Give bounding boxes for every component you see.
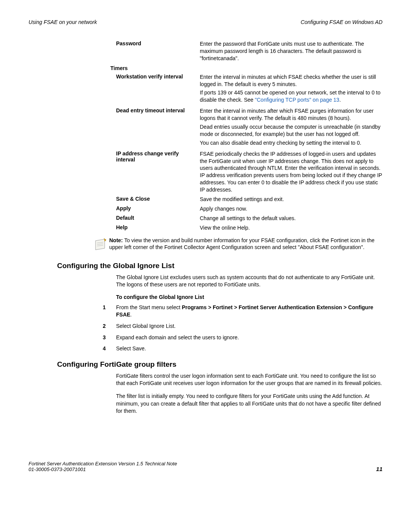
def-desc: Enter the password that FortiGate units … (200, 40, 382, 62)
heading-global-ignore: Configuring the Global Ignore List (57, 262, 382, 270)
def-apply: Apply Apply changes now. (116, 205, 382, 212)
note-icon (93, 237, 109, 252)
sub-heading: To configure the Global Ignore List (116, 294, 382, 300)
def-ip-change: IP address change verify interval FSAE p… (116, 150, 382, 193)
para: Enter the interval in minutes at which F… (200, 73, 382, 88)
step-2: 2 Select Global Ignore List. (103, 323, 382, 330)
note-body: To view the version and build number inf… (109, 237, 374, 251)
footer-docid: 01-30005-0373-20071001 (29, 466, 177, 472)
def-label: Help (116, 224, 200, 232)
step-text: From the Start menu select Programs > Fo… (116, 304, 382, 319)
def-label: Save & Close (116, 196, 200, 203)
note-text: Note: To view the version and build numb… (109, 237, 382, 251)
note-label: Note: (109, 237, 123, 243)
step-4: 4 Select Save. (103, 345, 382, 353)
page-footer: Fortinet Server Authentication Extension… (29, 461, 382, 472)
note-block: Note: To view the version and build numb… (93, 237, 382, 252)
step-number: 1 (103, 304, 116, 319)
timers-heading: Timers (110, 65, 382, 71)
step-number: 2 (103, 323, 116, 330)
def-help: Help View the online Help. (116, 224, 382, 232)
para: Dead entries usually occur because the c… (200, 123, 382, 138)
def-desc: Apply changes now. (200, 205, 382, 212)
def-label: Dead entry timeout interval (116, 107, 200, 148)
header-right: Configuring FSAE on Windows AD (301, 19, 382, 25)
para: You can also disable dead entry checking… (200, 139, 382, 147)
para: FortiGate filters control the user logon… (116, 372, 382, 387)
para: The filter list is initially empty. You … (116, 393, 382, 415)
footer-left: Fortinet Server Authentication Extension… (29, 461, 177, 472)
def-desc: FSAE periodically checks the IP addresse… (200, 150, 382, 193)
steps-list: 1 From the Start menu select Programs > … (103, 304, 382, 353)
step-3: 3 Expand each domain and select the user… (103, 334, 382, 342)
def-label: Apply (116, 205, 200, 212)
def-password: Password Enter the password that FortiGa… (116, 40, 382, 62)
step-1: 1 From the Start menu select Programs > … (103, 304, 382, 319)
step-text: Select Save. (116, 345, 382, 353)
link-tcp-ports[interactable]: "Configuring TCP ports" on page 13 (255, 97, 339, 103)
step-number: 3 (103, 334, 116, 342)
def-save-close: Save & Close Save the modified settings … (116, 196, 382, 203)
step-text: Expand each domain and select the users … (116, 334, 382, 342)
def-label: Default (116, 215, 200, 222)
step-text: Select Global Ignore List. (116, 323, 382, 330)
step-number: 4 (103, 345, 116, 353)
def-desc: Enter the interval in minutes at which F… (200, 73, 382, 105)
footer-title: Fortinet Server Authentication Extension… (29, 461, 177, 466)
definition-table: Password Enter the password that FortiGa… (116, 40, 382, 62)
def-dead-entry: Dead entry timeout interval Enter the in… (116, 107, 382, 148)
para: If ports 139 or 445 cannot be opened on … (200, 89, 382, 104)
page-number: 11 (376, 466, 382, 472)
def-workstation: Workstation verify interval Enter the in… (116, 73, 382, 105)
def-default: Default Change all settings to the defau… (116, 215, 382, 222)
def-label: IP address change verify interval (116, 150, 200, 193)
para: Enter the interval in minutes after whic… (200, 107, 382, 122)
def-label: Workstation verify interval (116, 73, 200, 105)
page-header: Using FSAE on your network Configuring F… (29, 19, 382, 25)
intro-para: The Global Ignore List excludes users su… (116, 274, 382, 289)
def-desc: View the online Help. (200, 224, 382, 232)
def-label: Password (116, 40, 200, 62)
def-desc: Enter the interval in minutes after whic… (200, 107, 382, 148)
header-left: Using FSAE on your network (29, 19, 97, 25)
def-desc: Change all settings to the default value… (200, 215, 382, 222)
def-desc: Save the modified settings and exit. (200, 196, 382, 203)
heading-group-filters: Configuring FortiGate group filters (57, 360, 382, 369)
